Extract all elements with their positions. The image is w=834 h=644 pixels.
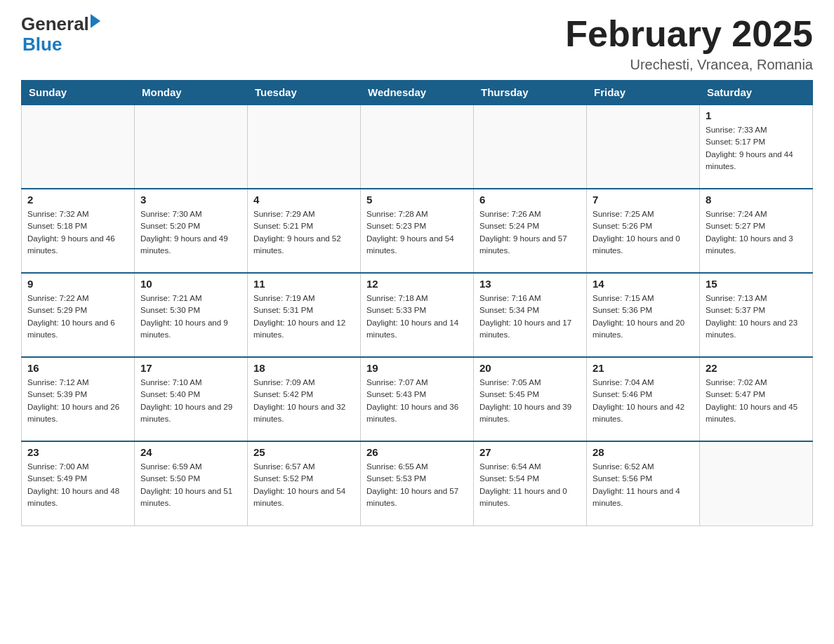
day-number: 23 <box>27 446 128 458</box>
calendar-cell: 28Sunrise: 6:52 AMSunset: 5:56 PMDayligh… <box>587 441 700 525</box>
logo-blue: Blue <box>22 34 100 55</box>
day-number: 6 <box>479 194 581 206</box>
calendar-cell <box>135 105 248 189</box>
calendar-cell: 1Sunrise: 7:33 AMSunset: 5:17 PMDaylight… <box>700 105 813 189</box>
calendar-cell: 21Sunrise: 7:04 AMSunset: 5:46 PMDayligh… <box>587 357 700 441</box>
day-info: Sunrise: 6:57 AMSunset: 5:52 PMDaylight:… <box>253 461 355 509</box>
calendar-cell <box>22 105 135 189</box>
calendar-cell: 6Sunrise: 7:26 AMSunset: 5:24 PMDaylight… <box>474 189 587 273</box>
calendar-cell: 25Sunrise: 6:57 AMSunset: 5:52 PMDayligh… <box>248 441 361 525</box>
calendar-cell: 27Sunrise: 6:54 AMSunset: 5:54 PMDayligh… <box>474 441 587 525</box>
calendar-cell: 22Sunrise: 7:02 AMSunset: 5:47 PMDayligh… <box>700 357 813 441</box>
calendar-cell: 13Sunrise: 7:16 AMSunset: 5:34 PMDayligh… <box>474 273 587 357</box>
day-info: Sunrise: 6:59 AMSunset: 5:50 PMDaylight:… <box>140 461 241 509</box>
day-number: 10 <box>140 278 241 290</box>
header-right: February 2025 Urechesti, Vrancea, Romani… <box>565 14 813 73</box>
calendar-cell <box>248 105 361 189</box>
calendar-cell: 23Sunrise: 7:00 AMSunset: 5:49 PMDayligh… <box>22 441 135 525</box>
calendar-cell: 17Sunrise: 7:10 AMSunset: 5:40 PMDayligh… <box>135 357 248 441</box>
calendar-cell: 20Sunrise: 7:05 AMSunset: 5:45 PMDayligh… <box>474 357 587 441</box>
calendar-cell: 24Sunrise: 6:59 AMSunset: 5:50 PMDayligh… <box>135 441 248 525</box>
calendar-cell: 8Sunrise: 7:24 AMSunset: 5:27 PMDaylight… <box>700 189 813 273</box>
day-info: Sunrise: 7:12 AMSunset: 5:39 PMDaylight:… <box>27 377 128 425</box>
calendar-table: SundayMondayTuesdayWednesdayThursdayFrid… <box>21 80 813 526</box>
day-number: 4 <box>253 194 355 206</box>
calendar-cell: 18Sunrise: 7:09 AMSunset: 5:42 PMDayligh… <box>248 357 361 441</box>
calendar-cell: 2Sunrise: 7:32 AMSunset: 5:18 PMDaylight… <box>22 189 135 273</box>
day-info: Sunrise: 7:21 AMSunset: 5:30 PMDaylight:… <box>140 293 241 341</box>
day-number: 20 <box>479 362 581 374</box>
day-number: 24 <box>140 446 241 458</box>
day-number: 28 <box>593 446 694 458</box>
calendar-header-saturday: Saturday <box>700 81 813 105</box>
calendar-cell <box>587 105 700 189</box>
day-info: Sunrise: 7:15 AMSunset: 5:36 PMDaylight:… <box>593 293 694 341</box>
day-info: Sunrise: 7:29 AMSunset: 5:21 PMDaylight:… <box>253 208 355 257</box>
calendar-week-row: 2Sunrise: 7:32 AMSunset: 5:18 PMDaylight… <box>22 189 813 273</box>
day-number: 17 <box>140 362 241 374</box>
day-info: Sunrise: 7:19 AMSunset: 5:31 PMDaylight:… <box>253 293 355 341</box>
day-info: Sunrise: 6:52 AMSunset: 5:56 PMDaylight:… <box>593 461 694 509</box>
day-info: Sunrise: 7:30 AMSunset: 5:20 PMDaylight:… <box>140 208 241 257</box>
day-info: Sunrise: 7:26 AMSunset: 5:24 PMDaylight:… <box>479 208 581 257</box>
day-info: Sunrise: 7:02 AMSunset: 5:47 PMDaylight:… <box>706 377 807 425</box>
day-info: Sunrise: 7:10 AMSunset: 5:40 PMDaylight:… <box>140 377 241 425</box>
location-subtitle: Urechesti, Vrancea, Romania <box>565 57 813 73</box>
calendar-cell: 16Sunrise: 7:12 AMSunset: 5:39 PMDayligh… <box>22 357 135 441</box>
day-number: 25 <box>253 446 355 458</box>
month-title: February 2025 <box>565 14 813 54</box>
day-number: 2 <box>27 194 128 206</box>
calendar-cell: 26Sunrise: 6:55 AMSunset: 5:53 PMDayligh… <box>361 441 474 525</box>
day-number: 18 <box>253 362 355 374</box>
calendar-cell: 10Sunrise: 7:21 AMSunset: 5:30 PMDayligh… <box>135 273 248 357</box>
day-info: Sunrise: 7:32 AMSunset: 5:18 PMDaylight:… <box>27 208 128 257</box>
day-number: 3 <box>140 194 241 206</box>
calendar-cell <box>700 441 813 525</box>
day-number: 14 <box>593 278 694 290</box>
calendar-header-row: SundayMondayTuesdayWednesdayThursdayFrid… <box>22 81 813 105</box>
day-info: Sunrise: 7:28 AMSunset: 5:23 PMDaylight:… <box>366 208 468 257</box>
day-info: Sunrise: 7:24 AMSunset: 5:27 PMDaylight:… <box>706 208 807 257</box>
calendar-cell: 12Sunrise: 7:18 AMSunset: 5:33 PMDayligh… <box>361 273 474 357</box>
day-number: 19 <box>366 362 468 374</box>
logo-general: General <box>21 14 89 34</box>
day-info: Sunrise: 7:22 AMSunset: 5:29 PMDaylight:… <box>27 293 128 341</box>
calendar-cell: 4Sunrise: 7:29 AMSunset: 5:21 PMDaylight… <box>248 189 361 273</box>
day-info: Sunrise: 7:07 AMSunset: 5:43 PMDaylight:… <box>366 377 468 425</box>
day-number: 11 <box>253 278 355 290</box>
day-info: Sunrise: 7:18 AMSunset: 5:33 PMDaylight:… <box>366 293 468 341</box>
calendar-header-friday: Friday <box>587 81 700 105</box>
day-number: 15 <box>706 278 807 290</box>
day-number: 13 <box>479 278 581 290</box>
page-header: General Blue February 2025 Urechesti, Vr… <box>21 14 813 73</box>
calendar-header-thursday: Thursday <box>474 81 587 105</box>
calendar-cell: 14Sunrise: 7:15 AMSunset: 5:36 PMDayligh… <box>587 273 700 357</box>
day-info: Sunrise: 7:13 AMSunset: 5:37 PMDaylight:… <box>706 293 807 341</box>
calendar-header-sunday: Sunday <box>22 81 135 105</box>
calendar-cell: 9Sunrise: 7:22 AMSunset: 5:29 PMDaylight… <box>22 273 135 357</box>
calendar-cell: 5Sunrise: 7:28 AMSunset: 5:23 PMDaylight… <box>361 189 474 273</box>
calendar-cell <box>361 105 474 189</box>
day-info: Sunrise: 7:05 AMSunset: 5:45 PMDaylight:… <box>479 377 581 425</box>
calendar-header-monday: Monday <box>135 81 248 105</box>
calendar-week-row: 23Sunrise: 7:00 AMSunset: 5:49 PMDayligh… <box>22 441 813 525</box>
calendar-header-tuesday: Tuesday <box>248 81 361 105</box>
calendar-cell: 19Sunrise: 7:07 AMSunset: 5:43 PMDayligh… <box>361 357 474 441</box>
day-info: Sunrise: 6:55 AMSunset: 5:53 PMDaylight:… <box>366 461 468 509</box>
day-number: 21 <box>593 362 694 374</box>
calendar-week-row: 9Sunrise: 7:22 AMSunset: 5:29 PMDaylight… <box>22 273 813 357</box>
day-info: Sunrise: 7:16 AMSunset: 5:34 PMDaylight:… <box>479 293 581 341</box>
day-info: Sunrise: 6:54 AMSunset: 5:54 PMDaylight:… <box>479 461 581 509</box>
day-number: 26 <box>366 446 468 458</box>
day-info: Sunrise: 7:09 AMSunset: 5:42 PMDaylight:… <box>253 377 355 425</box>
day-info: Sunrise: 7:25 AMSunset: 5:26 PMDaylight:… <box>593 208 694 257</box>
day-info: Sunrise: 7:04 AMSunset: 5:46 PMDaylight:… <box>593 377 694 425</box>
day-number: 5 <box>366 194 468 206</box>
day-number: 12 <box>366 278 468 290</box>
day-info: Sunrise: 7:00 AMSunset: 5:49 PMDaylight:… <box>27 461 128 509</box>
day-number: 1 <box>706 109 807 121</box>
calendar-cell: 11Sunrise: 7:19 AMSunset: 5:31 PMDayligh… <box>248 273 361 357</box>
day-info: Sunrise: 7:33 AMSunset: 5:17 PMDaylight:… <box>706 124 807 173</box>
logo: General Blue <box>21 14 100 54</box>
day-number: 7 <box>593 194 694 206</box>
